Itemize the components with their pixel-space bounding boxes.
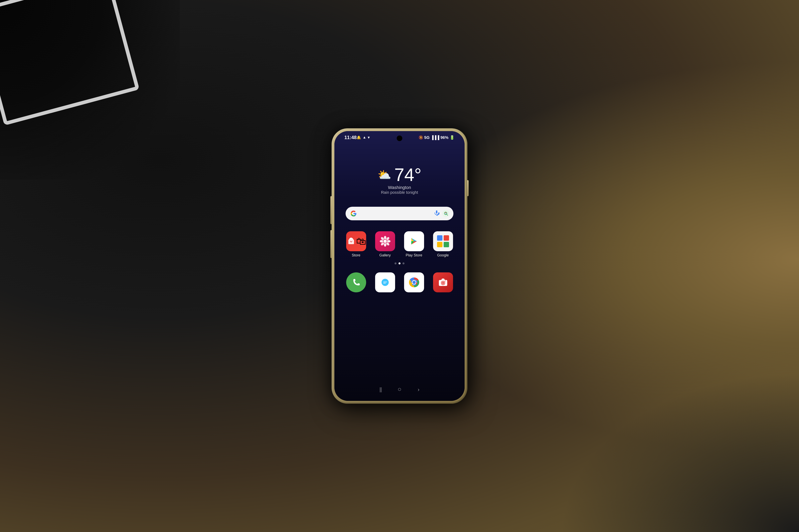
volume-down-button[interactable]	[330, 230, 332, 258]
google-cell-red	[444, 235, 449, 241]
svg-point-8	[387, 240, 391, 243]
app-playstore-icon[interactable]	[404, 231, 424, 251]
svg-point-26	[445, 281, 446, 281]
phone-screen: 11:48 🔔 ▲ ▾ 🔕 5G ▐▐▐ 96% 🔋	[334, 131, 465, 401]
phone-bezel: 11:48 🔔 ▲ ▾ 🔕 5G ▐▐▐ 96% 🔋	[334, 131, 465, 401]
app-gallery-wrap[interactable]: Gallery	[374, 231, 397, 258]
home-button[interactable]: ○	[398, 385, 401, 393]
svg-point-7	[380, 240, 383, 243]
status-time: 11:48	[344, 135, 357, 140]
alarm-icon: 🔔	[357, 135, 361, 140]
svg-point-25	[442, 282, 444, 284]
battery-icon: 🔋	[450, 135, 455, 140]
dock-phone-wrap[interactable]	[345, 272, 367, 292]
battery-percent: 96%	[440, 135, 449, 140]
bg-dark-bottom	[559, 372, 799, 532]
status-left-icons: 🔔 ▲ ▾	[357, 135, 369, 140]
signal-icon: ▐▐▐	[431, 135, 439, 140]
dock-camera-wrap[interactable]	[432, 272, 454, 292]
google-grid	[437, 235, 449, 247]
dock-chrome-wrap[interactable]	[402, 272, 425, 292]
recents-button[interactable]: |||	[380, 386, 382, 393]
google-cell-yellow	[437, 242, 442, 247]
google-lens-icon[interactable]	[442, 210, 450, 217]
screen-content: ⛅ 74° Washington Rain possible tonight	[334, 142, 465, 401]
weather-location: Washington	[388, 185, 411, 190]
weather-description: Rain possible tonight	[381, 190, 418, 195]
svg-point-11	[380, 242, 384, 246]
phone-shell: 11:48 🔔 ▲ ▾ 🔕 5G ▐▐▐ 96% 🔋	[331, 128, 468, 404]
svg-point-13	[383, 240, 387, 243]
volume-up-button[interactable]	[330, 196, 332, 224]
app-row-main: Store	[334, 231, 465, 258]
svg-point-10	[385, 236, 390, 241]
status-right-icons: 🔕 5G ▐▐▐ 96% 🔋	[419, 135, 455, 140]
page-dot-3[interactable]	[402, 262, 404, 264]
google-cell-blue	[437, 235, 442, 241]
dock-messages-wrap[interactable]	[374, 272, 397, 292]
app-store-wrap[interactable]: Store	[345, 231, 367, 258]
app-gallery-icon[interactable]	[375, 231, 395, 251]
weather-widget[interactable]: ⛅ 74° Washington Rain possible tonight	[334, 166, 465, 195]
svg-point-5	[384, 236, 386, 240]
dock-phone-icon[interactable]	[346, 272, 366, 292]
app-google-label: Google	[437, 253, 449, 258]
search-bar[interactable]	[346, 207, 453, 220]
page-indicators	[334, 262, 465, 264]
app-playstore-label: Play Store	[406, 253, 422, 258]
dock-chrome-icon[interactable]	[404, 272, 424, 292]
weather-main: ⛅ 74°	[378, 166, 421, 184]
power-button[interactable]	[467, 180, 469, 196]
weather-icon: ⛅	[378, 168, 391, 182]
dock-row	[334, 272, 465, 292]
app-playstore-wrap[interactable]: Play Store	[402, 231, 425, 258]
page-dot-2[interactable]	[399, 262, 400, 264]
dock-messages-icon[interactable]	[375, 272, 395, 292]
app-store-label: Store	[352, 253, 360, 258]
app-google-wrap[interactable]: Google	[432, 231, 454, 258]
dock-camera-icon[interactable]	[433, 272, 453, 292]
svg-point-6	[384, 243, 386, 247]
svg-point-21	[413, 281, 416, 284]
wifi-icon: ▾	[368, 135, 369, 140]
google-cell-green	[444, 242, 449, 247]
svg-point-9	[380, 236, 384, 241]
search-bar-container[interactable]	[346, 207, 453, 220]
svg-point-12	[385, 242, 390, 246]
app-gallery-label: Gallery	[379, 253, 391, 258]
svg-marker-23	[441, 279, 445, 280]
navigation-bar: ||| ○ ‹	[334, 381, 465, 399]
sound-icon: 🔕	[419, 135, 423, 140]
weather-temperature: 74°	[394, 166, 421, 184]
svg-point-16	[382, 279, 389, 286]
app-store-icon[interactable]	[346, 231, 366, 251]
page-dot-1[interactable]	[395, 262, 397, 264]
voice-search-icon[interactable]	[434, 210, 439, 217]
app-google-icon[interactable]	[433, 231, 453, 251]
network-type: 5G	[424, 135, 430, 140]
svg-line-1	[447, 214, 448, 215]
back-button[interactable]: ‹	[417, 385, 420, 393]
camera-punch-hole	[397, 135, 402, 141]
hand-phone-container: 11:48 🔔 ▲ ▾ 🔕 5G ▐▐▐ 96% 🔋	[331, 128, 468, 404]
google-g-logo	[349, 210, 358, 217]
location-icon: ▲	[363, 135, 366, 140]
